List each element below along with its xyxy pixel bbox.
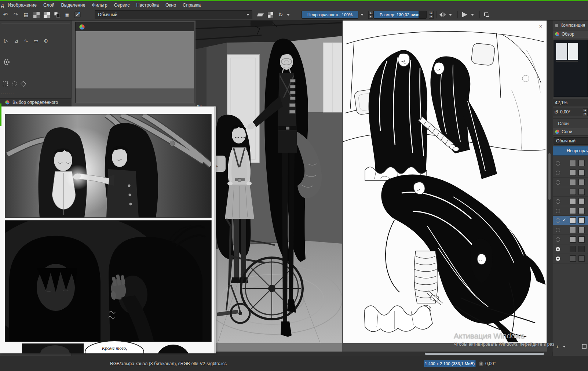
layer-thumbnail[interactable] <box>570 208 576 214</box>
add-layer-icon[interactable]: + <box>556 343 559 350</box>
layer-thumbnail[interactable] <box>578 227 585 233</box>
layer-visibility-icon[interactable] <box>556 247 560 251</box>
spin-down-icon[interactable]: ▼ <box>368 15 373 19</box>
layer-thumbnail[interactable] <box>578 170 585 176</box>
brush-editor-icon[interactable] <box>73 10 81 19</box>
menu-item-tools[interactable]: Сервис <box>111 1 133 9</box>
layer-row[interactable] <box>553 187 588 197</box>
canvas-angle-indicator[interactable]: ↺ 0,00° <box>479 360 496 367</box>
undo-icon[interactable]: ↶ <box>1 10 10 19</box>
layer-row[interactable] <box>553 206 588 216</box>
layer-thumbnail[interactable] <box>578 255 585 262</box>
layer-thumbnail[interactable] <box>570 179 576 185</box>
menu-item-window[interactable]: Окно <box>162 1 179 9</box>
layer-visibility-icon[interactable] <box>556 180 560 185</box>
menu-item-image[interactable]: Изображение <box>4 1 40 9</box>
layer-row[interactable] <box>553 225 588 235</box>
layer-thumbnail[interactable] <box>570 170 576 176</box>
layer-thumbnail[interactable] <box>570 227 576 233</box>
layer-thumbnail[interactable] <box>570 255 576 262</box>
canvas-subwindow-middle[interactable]: щь, е ось <box>196 21 342 352</box>
menu-item-layer[interactable]: Слой <box>40 1 58 9</box>
reload-presets-icon[interactable]: ↻ <box>277 10 285 19</box>
spin-up-icon[interactable]: ▲ <box>368 11 373 15</box>
preserve-alpha-icon[interactable] <box>266 10 274 19</box>
layer-thumbnail[interactable] <box>570 236 576 243</box>
canvas-subwindow-right[interactable] <box>343 21 547 343</box>
move-tool-icon[interactable]: ▷ <box>2 37 10 45</box>
size-spinner[interactable]: ▲▼ <box>429 11 434 19</box>
layer-thumbnail[interactable] <box>570 246 576 252</box>
specific-color-selector-tab[interactable]: Выбор определённого <box>0 98 72 106</box>
layer-visibility-icon[interactable] <box>556 161 560 166</box>
menu-item-select[interactable]: Выделение <box>58 1 88 9</box>
layer-thumbnail[interactable] <box>578 160 585 166</box>
layer-visibility-icon[interactable] <box>556 257 560 261</box>
chevron-down-icon[interactable] <box>361 14 364 16</box>
layer-row[interactable] <box>553 168 588 178</box>
image-size-memory-badge[interactable]: 1 400 x 2 100 (333,1 МиБ) <box>424 360 476 367</box>
layers-docker-tab[interactable]: Слои <box>553 128 588 136</box>
spin-up-icon[interactable]: ▲ <box>429 11 434 15</box>
freehand-path-tool-icon[interactable]: ∿ <box>22 37 30 45</box>
right-artwork-canvas[interactable] <box>343 21 547 343</box>
layer-visibility-icon[interactable] <box>556 199 560 204</box>
transform-tool-icon[interactable]: ⊿ <box>12 37 20 45</box>
canvas-rotation-field[interactable]: ↺ 0,00° ▲▼ <box>553 108 588 116</box>
pattern-chooser-icon[interactable] <box>43 10 51 19</box>
assistant-tool-icon[interactable] <box>3 58 10 67</box>
redo-icon[interactable]: ↷ <box>12 10 20 19</box>
zoom-level-field[interactable]: 42,1% <box>553 99 588 106</box>
chevron-down-icon[interactable] <box>471 14 474 16</box>
layer-thumbnail[interactable] <box>570 217 576 223</box>
layer-row[interactable] <box>553 244 588 254</box>
layer-thumbnail[interactable] <box>578 189 585 195</box>
layer-row[interactable]: ✓ <box>553 216 588 225</box>
crop-overlay-icon[interactable] <box>483 10 491 19</box>
layers-docker-title[interactable]: Слои <box>553 120 588 127</box>
layer-row[interactable] <box>553 159 588 168</box>
brush-presets-icon[interactable]: ≣ <box>63 10 71 19</box>
rotation-spinner[interactable]: ▲▼ <box>583 108 588 116</box>
menu-item-help[interactable]: Справка <box>179 1 204 9</box>
manga-page-window[interactable]: Кроме того, что она <box>0 106 216 353</box>
opacity-spinner[interactable]: ▲▼ <box>368 11 373 19</box>
subwindow-close-icon[interactable]: × <box>537 23 544 30</box>
layer-thumbnail[interactable] <box>578 236 585 243</box>
chevron-down-icon[interactable] <box>287 14 290 16</box>
rectangle-tool-icon[interactable]: ▭ <box>32 37 40 45</box>
overview-docker-tab[interactable]: Обзор <box>553 30 588 38</box>
fg-bg-color-icon[interactable] <box>53 10 61 19</box>
horizontal-scrollbar-thumb[interactable] <box>424 352 545 355</box>
layer-row[interactable] <box>553 235 588 244</box>
menu-item-partial[interactable]: д <box>0 1 4 9</box>
menu-item-settings[interactable]: Настройка <box>133 1 162 9</box>
overview-preview[interactable] <box>554 40 588 97</box>
layer-thumbnail[interactable] <box>570 160 576 166</box>
gradient-chooser-icon[interactable] <box>32 10 40 19</box>
chevron-down-icon[interactable] <box>449 14 452 16</box>
menu-item-filter[interactable]: Фильтр <box>89 1 111 9</box>
layer-visibility-icon[interactable] <box>556 218 560 223</box>
chevron-down-icon[interactable] <box>563 346 566 348</box>
brush-size-slider[interactable]: Размер: 130,02 пикс. <box>373 11 427 19</box>
layer-thumbnail[interactable] <box>578 217 585 223</box>
compositions-docker-title[interactable]: Композиция <box>553 22 588 29</box>
manga-page-artwork[interactable]: Кроме того, что она <box>0 107 216 353</box>
vertical-scrollbar-thumb[interactable] <box>548 153 551 200</box>
docker-drag-handle[interactable]: ······· <box>1 92 26 96</box>
rect-select-tool-icon[interactable] <box>3 81 8 86</box>
eraser-mode-icon[interactable] <box>256 10 264 19</box>
layer-thumbnail[interactable] <box>578 198 585 204</box>
layer-properties-icon[interactable] <box>582 344 587 349</box>
layer-thumbnail[interactable] <box>578 246 585 252</box>
middle-artwork-canvas[interactable]: щь, е ось <box>196 21 342 343</box>
reference-window-body[interactable] <box>76 31 194 88</box>
spin-up-icon[interactable]: ▲ <box>583 108 588 112</box>
polygon-select-tool-icon[interactable] <box>21 81 26 87</box>
layer-row[interactable] <box>553 197 588 206</box>
fill-tool-icon[interactable]: ⊕ <box>42 37 50 45</box>
spin-down-icon[interactable]: ▼ <box>429 15 434 19</box>
vertical-scrollbar[interactable] <box>547 21 552 352</box>
spin-down-icon[interactable]: ▼ <box>583 112 588 116</box>
